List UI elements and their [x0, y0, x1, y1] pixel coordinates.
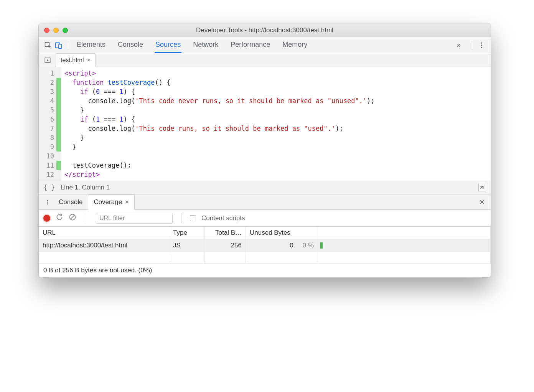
coverage-row[interactable]: http://localhost:3000/test.html JS 256 0… [39, 239, 491, 252]
code-editor[interactable]: 123456789101112 <script> function testCo… [39, 67, 491, 181]
code-line[interactable]: } [64, 142, 488, 152]
unused-bytes-pct: 0 % [303, 242, 314, 249]
coverage-row-type: JS [169, 239, 204, 252]
drawer-tab-coverage[interactable]: Coverage × [88, 194, 135, 210]
tab-console[interactable]: Console [117, 38, 144, 53]
line-number[interactable]: 12 [39, 170, 61, 179]
code-line[interactable] [64, 152, 488, 161]
main-toolbar: Elements Console Sources Network Perform… [39, 37, 491, 53]
toggle-device-toolbar-icon[interactable] [53, 40, 64, 51]
content-scripts-checkbox[interactable] [190, 215, 196, 221]
coverage-row-unused: 0 0 % [246, 239, 318, 252]
titlebar: Developer Tools - http://localhost:3000/… [39, 23, 491, 37]
header-unused-bytes[interactable]: Unused Bytes [246, 227, 318, 239]
line-gutter: 123456789101112 [39, 67, 61, 181]
svg-point-11 [47, 203, 48, 204]
coverage-table-header: URL Type Total B… Unused Bytes [39, 227, 491, 239]
coverage-row-total: 256 [204, 239, 246, 252]
code-line[interactable]: </script> [64, 170, 488, 179]
line-number[interactable]: 10 [39, 152, 61, 161]
tab-network[interactable]: Network [192, 38, 219, 53]
line-number[interactable]: 8 [39, 133, 61, 142]
record-button[interactable] [43, 215, 50, 222]
svg-point-4 [481, 44, 482, 46]
unused-bytes-value: 0 [290, 242, 293, 249]
svg-point-9 [47, 200, 48, 201]
devtools-window: Developer Tools - http://localhost:3000/… [38, 23, 491, 278]
tab-memory[interactable]: Memory [282, 38, 308, 53]
code-content[interactable]: <script> function testCoverage() { if (0… [61, 67, 491, 181]
usage-bar-green [320, 242, 323, 249]
header-total-bytes[interactable]: Total B… [204, 227, 246, 239]
close-drawer-icon[interactable]: × [476, 194, 488, 209]
close-file-tab-icon[interactable]: × [87, 57, 90, 64]
reload-icon[interactable] [56, 213, 63, 223]
close-drawer-tab-icon[interactable]: × [125, 198, 129, 206]
coverage-table: URL Type Total B… Unused Bytes http://lo… [39, 227, 491, 277]
svg-point-10 [47, 201, 48, 203]
drawer-tab-coverage-label: Coverage [94, 198, 122, 206]
main-tabs: Elements Console Sources Network Perform… [76, 38, 450, 53]
divider [181, 213, 181, 223]
editor-status-bar: { } Line 1, Column 1 [39, 181, 491, 194]
svg-point-3 [481, 42, 482, 43]
line-number[interactable]: 9 [39, 142, 61, 152]
code-line[interactable]: console.log('This code never runs, so it… [64, 96, 488, 105]
line-number[interactable]: 7 [39, 124, 61, 133]
line-number[interactable]: 3 [39, 87, 61, 96]
more-tabs-button[interactable]: » [453, 40, 464, 51]
code-line[interactable]: <script> [64, 69, 488, 78]
svg-marker-7 [47, 59, 49, 61]
code-line[interactable]: testCoverage(); [64, 161, 488, 170]
cursor-position: Line 1, Column 1 [61, 184, 110, 191]
window-title: Developer Tools - http://localhost:3000/… [39, 26, 491, 34]
collapse-drawer-icon[interactable] [478, 184, 486, 191]
tab-elements[interactable]: Elements [76, 38, 106, 53]
url-filter-placeholder: URL filter [99, 215, 125, 222]
toolbar-divider [68, 41, 68, 50]
line-number[interactable]: 1 [39, 69, 61, 78]
svg-line-13 [71, 215, 74, 219]
line-number[interactable]: 4 [39, 96, 61, 105]
divider [85, 213, 85, 223]
header-type[interactable]: Type [169, 227, 204, 239]
content-scripts-label: Content scripts [201, 214, 245, 222]
file-tab-bar: test.html × [39, 53, 491, 67]
tab-sources[interactable]: Sources [155, 38, 181, 53]
drawer-menu-icon[interactable] [42, 194, 53, 209]
pretty-print-icon[interactable]: { } [43, 184, 55, 191]
tab-performance[interactable]: Performance [230, 38, 271, 53]
code-line[interactable]: } [64, 133, 488, 142]
coverage-row-bar [318, 239, 491, 252]
inspect-element-icon[interactable] [43, 40, 53, 51]
svg-point-5 [481, 47, 482, 48]
code-line[interactable]: if (0 === 1) { [64, 87, 488, 96]
code-line[interactable]: } [64, 105, 488, 115]
line-number[interactable]: 2 [39, 78, 61, 87]
code-line[interactable]: function testCoverage() { [64, 78, 488, 87]
clear-icon[interactable] [69, 213, 76, 223]
line-number[interactable]: 6 [39, 115, 61, 124]
line-number[interactable]: 11 [39, 161, 61, 170]
svg-rect-2 [59, 44, 62, 48]
code-line[interactable]: if (1 === 1) { [64, 115, 488, 124]
drawer-tab-console[interactable]: Console [53, 194, 88, 209]
coverage-row-empty [39, 252, 491, 264]
file-tab-test-html[interactable]: test.html × [56, 53, 96, 67]
coverage-summary: 0 B of 256 B bytes are not used. (0%) [39, 264, 491, 277]
coverage-toolbar: URL filter Content scripts [39, 210, 491, 227]
code-line[interactable]: console.log('This code runs, so it shoul… [64, 124, 488, 133]
settings-menu-icon[interactable] [476, 40, 487, 51]
show-navigator-icon[interactable] [42, 53, 53, 67]
line-number[interactable]: 5 [39, 105, 61, 115]
drawer-tab-bar: Console Coverage × × [39, 194, 491, 210]
file-tab-label: test.html [61, 57, 84, 64]
header-usage-bar [318, 227, 491, 239]
url-filter-input[interactable]: URL filter [96, 213, 173, 224]
header-url[interactable]: URL [39, 227, 169, 239]
toolbar-divider-2 [472, 41, 472, 50]
coverage-row-url: http://localhost:3000/test.html [39, 239, 169, 252]
